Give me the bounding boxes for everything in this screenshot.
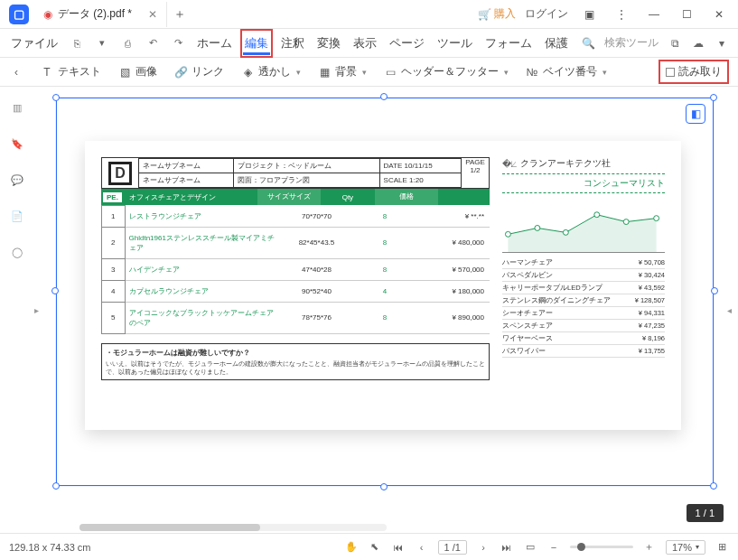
new-tab-button[interactable]: ＋ <box>167 2 192 27</box>
minimize-button[interactable]: — <box>642 3 666 26</box>
chevron-left-icon[interactable]: ‹ <box>9 65 23 79</box>
close-tab-icon[interactable]: ✕ <box>148 8 157 21</box>
thumbnails-icon[interactable]: ▥ <box>9 99 25 116</box>
misc-icon[interactable]: ▾ <box>715 36 729 51</box>
document-page: D ネームサブネームプロジェクト：ベッドルームDATE 10/11/15 ネーム… <box>85 141 681 430</box>
resize-handle[interactable] <box>710 482 717 490</box>
page-input[interactable]: 1 /1 <box>438 540 467 555</box>
menu-form[interactable]: フォーム <box>483 32 534 55</box>
last-page-icon[interactable]: ⏭ <box>500 540 514 555</box>
menu-tool[interactable]: ツール <box>435 32 474 55</box>
svg-point-1 <box>505 231 510 237</box>
menu-convert[interactable]: 変換 <box>315 32 342 55</box>
list-item: バスペダルビン¥ 30,424 <box>502 269 665 282</box>
bookmark-icon[interactable]: 🔖 <box>9 135 25 152</box>
menu-home[interactable]: ホーム <box>195 32 234 55</box>
app-icon: ▢ <box>9 5 29 24</box>
comment-icon[interactable]: 💬 <box>9 172 25 188</box>
resize-handle[interactable] <box>380 483 388 490</box>
cloud-icon[interactable]: ☁ <box>691 36 705 51</box>
search-placeholder[interactable]: 検索ツール <box>604 35 659 51</box>
list-item: シーオチェアー¥ 94,331 <box>502 307 665 320</box>
window-titlebar: ▢ ◉ データ (2).pdf * ✕ ＋ 🛒購入 ログイン ▣ ⋮ — ☐ ✕ <box>0 0 738 29</box>
more-menu-icon[interactable]: ⋮ <box>610 3 633 26</box>
status-bar: 129.18 x 74.33 cm ✋ ⬉ ⏮ ‹ 1 /1 › ⏭ ▭ − ＋… <box>0 533 738 560</box>
tool-text[interactable]: Tテキスト <box>40 64 101 79</box>
table-row: 4カプセルラウンジチェア90*52*404¥ 180,000 <box>102 280 490 302</box>
menu-view[interactable]: 表示 <box>351 32 378 55</box>
fit-icon[interactable]: ⊞ <box>715 540 729 555</box>
list-item: スペンスチェア¥ 47,235 <box>502 320 665 332</box>
svg-point-4 <box>594 212 600 218</box>
left-rail: ▥ 🔖 💬 📄 ◯ <box>0 87 34 533</box>
left-collapse-handle[interactable]: ▸ <box>34 292 45 328</box>
buy-link[interactable]: 🛒購入 <box>478 6 516 22</box>
document-tab[interactable]: ◉ データ (2).pdf * ✕ <box>34 2 167 27</box>
notification-icon[interactable]: ▣ <box>577 3 601 26</box>
menu-annotate[interactable]: 注釈 <box>279 32 306 55</box>
resize-handle[interactable] <box>711 287 718 294</box>
tool-background[interactable]: ▦背景 <box>317 64 367 79</box>
table-row: 1レストラウンジチェア70*70*708¥ **.** <box>102 206 490 228</box>
tool-header-footer[interactable]: ▭ヘッダー＆フッター <box>383 64 509 79</box>
list-item: キャリーポータブルLEDランプ¥ 43,592 <box>502 282 665 294</box>
resize-handle[interactable] <box>52 94 60 101</box>
prev-page-icon[interactable]: ‹ <box>415 540 429 555</box>
page-badge: 1 / 1 <box>687 504 724 522</box>
zoom-value[interactable]: 17%▾ <box>666 540 705 555</box>
horizontal-scrollbar[interactable] <box>79 524 387 531</box>
pdf-icon: ◉ <box>43 8 52 21</box>
select-tool-icon[interactable]: ⬉ <box>368 540 382 555</box>
svg-point-6 <box>654 216 659 221</box>
resize-handle[interactable] <box>710 94 717 101</box>
tool-watermark[interactable]: ◈透かし <box>240 64 301 79</box>
list-item: バスワイパー¥ 13,755 <box>502 345 665 358</box>
edit-toolbar: ‹ Tテキスト ▧画像 🔗リンク ◈透かし ▦背景 ▭ヘッダー＆フッター №ベイ… <box>0 58 738 87</box>
list-item: ワイヤーベース¥ 8,196 <box>502 332 665 345</box>
svg-point-5 <box>623 219 629 225</box>
close-window-button[interactable]: ✕ <box>707 3 731 26</box>
open-icon[interactable]: ⎘ <box>69 35 85 51</box>
print-icon[interactable]: ⎙ <box>119 35 135 51</box>
bates-icon: № <box>525 65 539 79</box>
search-panel-icon[interactable]: ◯ <box>9 244 25 260</box>
attachment-icon[interactable]: 📄 <box>9 208 25 224</box>
zoom-slider[interactable] <box>570 546 633 548</box>
zoom-out-icon[interactable]: − <box>546 540 561 555</box>
read-mode-toggle[interactable]: 読み取り <box>659 60 729 84</box>
menu-edit[interactable]: 編集 <box>243 32 270 55</box>
link-icon: 🔗 <box>173 65 188 79</box>
tool-image[interactable]: ▧画像 <box>117 64 157 79</box>
login-link[interactable]: ログイン <box>525 6 568 22</box>
resize-handle[interactable] <box>380 93 388 100</box>
list-item: ハーマンチェア¥ 50,708 <box>502 257 665 269</box>
tool-link[interactable]: 🔗リンク <box>173 64 224 79</box>
cursor-coords: 129.18 x 74.33 cm <box>9 542 91 553</box>
next-page-icon[interactable]: › <box>476 540 490 555</box>
selection-action-icon[interactable]: ◧ <box>686 104 705 124</box>
menu-page[interactable]: ページ <box>388 32 426 55</box>
undo-icon[interactable]: ↶ <box>145 35 161 51</box>
text-icon: T <box>40 65 54 79</box>
side-chart <box>502 199 665 253</box>
save-icon[interactable]: ▾ <box>94 35 110 51</box>
menu-file[interactable]: ファイル <box>9 32 60 55</box>
search-icon: 🔍 <box>582 37 595 50</box>
right-collapse-handle[interactable]: ◂ <box>727 292 738 328</box>
tool-bates[interactable]: №ベイツ番号 <box>525 64 607 79</box>
redo-icon[interactable]: ↷ <box>170 35 186 51</box>
doc-header-block: D ネームサブネームプロジェクト：ベッドルームDATE 10/11/15 ネーム… <box>101 157 490 189</box>
main-area: ▥ 🔖 💬 📄 ◯ ▸ ◂ ◧ D ネーム <box>0 87 738 533</box>
resize-handle[interactable] <box>51 287 59 294</box>
hand-tool-icon[interactable]: ✋ <box>344 540 359 555</box>
background-icon: ▦ <box>317 65 332 79</box>
table-row: 5アイコニックなブラックトッケアームチェアのペア78*75*768¥ 890,0… <box>102 302 490 333</box>
open-new-icon[interactable]: ⧉ <box>668 36 682 51</box>
menu-protect[interactable]: 保護 <box>543 32 570 55</box>
resize-handle[interactable] <box>52 482 60 490</box>
zoom-in-icon[interactable]: ＋ <box>642 540 657 555</box>
first-page-icon[interactable]: ⏮ <box>391 540 406 555</box>
layout-icon[interactable]: ▭ <box>523 540 537 555</box>
consumer-list-title: コンシューマリスト <box>502 173 665 193</box>
maximize-button[interactable]: ☐ <box>675 3 698 26</box>
